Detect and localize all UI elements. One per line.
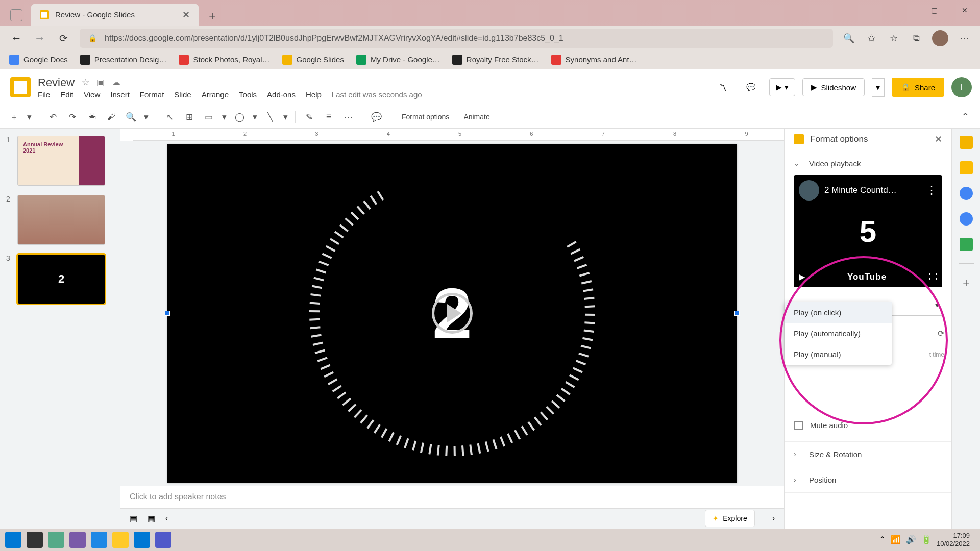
menu-tools[interactable]: Tools [239,90,257,99]
calendar-icon[interactable] [960,136,973,149]
fullscreen-icon[interactable]: ⛶ [929,272,937,282]
share-button[interactable]: 🔒Share [892,78,944,97]
comments-icon[interactable]: 💬 [740,79,762,96]
grid-view-button[interactable]: ▦ [148,514,155,523]
play-icon[interactable]: ▶ [799,272,805,282]
new-slide-dropdown[interactable]: ▾ [26,109,33,124]
contacts-icon[interactable] [960,212,973,226]
window-close-button[interactable]: ✕ [949,0,980,20]
bookmark-item[interactable]: Presentation Desig… [80,55,167,65]
shape-dropdown[interactable]: ▾ [251,109,258,124]
outlook-icon[interactable] [134,532,150,548]
tray-chevron-icon[interactable]: ⌃ [879,535,886,544]
play-option-onclick[interactable]: Play (on click) [785,302,892,323]
zoom-button[interactable]: 🔍 [123,109,138,124]
url-field[interactable]: 🔒 https://docs.google.com/presentation/d… [80,29,833,48]
image-tool[interactable]: ▭ [201,109,216,124]
filmstrip-view-button[interactable]: ▤ [130,514,137,523]
browser-tab[interactable]: Review - Google Slides ✕ [31,4,199,26]
menu-help[interactable]: Help [306,90,322,99]
window-minimize-button[interactable]: — [888,0,919,20]
last-edit-link[interactable]: Last edit was seconds ago [332,90,422,99]
line-dropdown[interactable]: ▾ [282,109,289,124]
thumbnail-item[interactable]: 2 [6,195,114,245]
undo-button[interactable]: ↶ [45,109,61,124]
add-addon-button[interactable]: ＋ [960,276,973,289]
collapse-toolbar-button[interactable]: ⌃ [961,111,974,123]
slideshow-dropdown-button[interactable]: ▾ [872,78,885,97]
select-tool[interactable]: ↖ [162,109,178,124]
size-rotation-section[interactable]: › Size & Rotation [794,450,942,459]
bookmark-item[interactable]: Stock Photos, Royal… [179,55,270,65]
play-option-manual[interactable]: Play (manual) [785,344,892,365]
youtube-logo[interactable]: YouTube [847,272,887,282]
mute-audio-checkbox[interactable]: Mute audio [794,418,942,433]
bookmark-item[interactable]: Synonyms and Ant… [551,55,637,65]
browser-profile-avatar[interactable] [932,30,948,46]
wifi-icon[interactable]: 📶 [891,535,901,544]
menu-insert[interactable]: Insert [110,90,130,99]
edge-icon[interactable] [91,532,107,548]
start-button[interactable] [5,532,21,548]
nav-back-button[interactable]: ← [9,32,23,45]
new-slide-button[interactable]: ＋ [6,109,21,124]
position-section[interactable]: › Position [794,475,942,484]
menu-arrange[interactable]: Arrange [202,90,229,99]
account-avatar[interactable]: I [951,77,972,97]
tasks-icon[interactable] [960,187,973,200]
thumbnail-item[interactable]: 3 2 [6,254,114,304]
redo-button[interactable]: ↷ [65,109,80,124]
collections-icon[interactable]: ⧉ [910,32,923,45]
video-object[interactable]: 2 [167,144,737,483]
bookmark-item[interactable]: Google Docs [9,55,68,65]
activity-icon[interactable]: 〽 [713,79,733,96]
star-icon[interactable]: ☆ [82,77,89,88]
play-option-auto[interactable]: Play (automatically) [785,323,892,344]
present-dropdown[interactable]: ▶ ▾ [769,78,795,96]
tab-overview-button[interactable] [10,9,22,21]
thumbnail-item[interactable]: 1 Annual Review 2021 [6,136,114,186]
reset-time-button[interactable]: ⟳ [938,329,944,338]
border-dash-button[interactable]: ⋯ [340,109,356,124]
resize-handle-left[interactable] [165,311,170,316]
search-button[interactable] [27,532,43,548]
video-more-icon[interactable]: ⋮ [926,184,937,197]
paint-format-button[interactable]: 🖌 [104,109,119,124]
animate-button[interactable]: Animate [458,109,495,124]
textbox-tool[interactable]: ⊞ [182,109,197,124]
border-color-button[interactable]: ✎ [302,109,317,124]
menu-addons[interactable]: Add-ons [267,90,296,99]
file-explorer-icon[interactable] [112,532,129,548]
slides-logo-icon[interactable] [10,77,31,97]
next-page-button[interactable]: › [772,514,775,523]
play-overlay-icon[interactable] [432,293,473,334]
format-options-button[interactable]: Format options [397,109,454,124]
image-dropdown[interactable]: ▾ [220,109,228,124]
task-view-button[interactable] [48,532,64,548]
volume-icon[interactable]: 🔊 [906,535,916,544]
keep-icon[interactable] [960,161,973,174]
maps-icon[interactable] [960,238,973,251]
teams-icon[interactable] [155,532,172,548]
menu-format[interactable]: Format [140,90,164,99]
slide-canvas[interactable]: 2 [167,144,737,483]
browser-menu-icon[interactable]: ⋯ [958,32,971,45]
explore-button[interactable]: ✦Explore [705,510,754,527]
system-clock[interactable]: 17:09 10/02/2022 [937,532,975,547]
new-tab-button[interactable]: ＋ [202,6,223,26]
panel-close-button[interactable]: ✕ [935,134,942,145]
border-weight-button[interactable]: ≡ [321,109,336,124]
zoom-icon[interactable]: 🔍 [842,32,855,45]
shape-tool[interactable]: ◯ [232,109,247,124]
video-playback-section[interactable]: ⌄ Video playback [794,159,942,168]
nav-forward-button[interactable]: → [33,32,47,45]
menu-view[interactable]: View [84,90,100,99]
bookmark-item[interactable]: Google Slides [282,55,344,65]
bookmark-item[interactable]: My Drive - Google… [356,55,440,65]
menu-file[interactable]: File [38,90,50,99]
video-preview[interactable]: 2 Minute Countd… ⋮ 5 ▶ YouTube ⛶ [794,175,942,287]
slideshow-button[interactable]: ▶Slideshow [802,78,865,96]
window-maximize-button[interactable]: ▢ [919,0,949,20]
collapse-panel-button[interactable]: ‹ [165,514,168,523]
line-tool[interactable]: ╲ [262,109,278,124]
